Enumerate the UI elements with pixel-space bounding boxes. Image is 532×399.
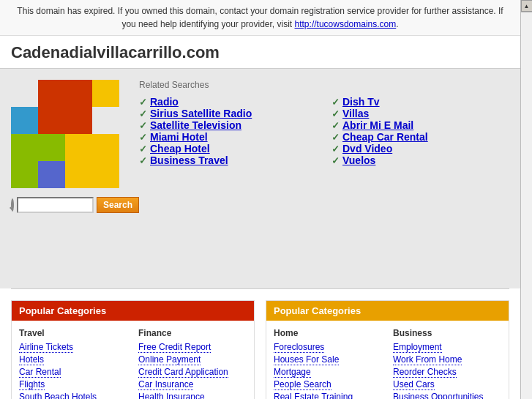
- related-item-sirius: ✓ Sirius Satellite Radio: [139, 108, 317, 119]
- airline-tickets-link[interactable]: Airline Tickets: [19, 342, 73, 353]
- banner-text: This domain has expired. If you owned th…: [17, 6, 503, 29]
- real-estate-link[interactable]: Real Estate Training: [274, 392, 353, 399]
- check-icon-sirius: ✓: [139, 108, 147, 119]
- business-links: Employment Work From Home Reorder Checks…: [393, 341, 501, 399]
- related-link-vuelos[interactable]: Vuelos: [342, 154, 375, 166]
- list-item: Used Cars: [393, 379, 501, 389]
- check-icon-radio: ✓: [139, 97, 147, 108]
- site-title: Cadenadialvillacarrillo.com: [11, 43, 220, 61]
- list-item: South Beach Hotels: [19, 391, 127, 399]
- search-button[interactable]: Search: [97, 197, 139, 213]
- popular-right-panel: Popular Categories Home Foreclosures Hou…: [266, 300, 509, 399]
- logo-block-blue-2: [11, 107, 38, 134]
- main-content-area: Search Related Searches ✓ Radio ✓ S: [0, 69, 520, 288]
- people-search-link[interactable]: People Search: [274, 379, 331, 390]
- check-icon-dvd: ✓: [331, 143, 340, 154]
- related-link-villas[interactable]: Villas: [342, 108, 369, 119]
- related-link-sirius[interactable]: Sirius Satellite Radio: [150, 108, 252, 119]
- search-icon: [11, 198, 14, 212]
- related-item-satellite: ✓ Satellite Television: [139, 119, 317, 131]
- related-searches-title: Related Searches: [139, 80, 509, 90]
- tucows-link[interactable]: http://tucowsdomains.com: [295, 19, 397, 29]
- related-item-radio: ✓ Radio: [139, 96, 317, 108]
- list-item: Health Insurance: [138, 391, 247, 399]
- related-link-satellite[interactable]: Satellite Television: [150, 119, 241, 131]
- mortgage-link[interactable]: Mortgage: [274, 367, 311, 378]
- list-item: Online Payment: [138, 354, 247, 365]
- list-item: Work From Home: [393, 354, 501, 365]
- check-icon-dish: ✓: [331, 97, 340, 108]
- employment-link[interactable]: Employment: [393, 342, 442, 353]
- travel-links: Airline Tickets Hotels Car Rental Flight…: [19, 341, 127, 399]
- logo-block-purple: [38, 161, 65, 188]
- popular-left-panel: Popular Categories Travel Airline Ticket…: [11, 300, 255, 399]
- online-payment-link[interactable]: Online Payment: [138, 354, 201, 365]
- related-link-car-rental[interactable]: Cheap Car Rental: [342, 131, 428, 143]
- free-credit-link[interactable]: Free Credit Report: [138, 342, 211, 353]
- popular-categories-section: Popular Categories Travel Airline Ticket…: [0, 289, 520, 399]
- finance-links: Free Credit Report Online Payment Credit…: [138, 341, 247, 399]
- check-icon-miami: ✓: [139, 132, 147, 143]
- related-item-business: ✓ Business Travel: [139, 154, 317, 166]
- related-link-dvd[interactable]: Dvd Video: [342, 143, 392, 154]
- list-item: Flights: [19, 379, 127, 389]
- credit-card-link[interactable]: Credit Card Application: [138, 367, 228, 378]
- related-item-abrir: ✓ Abrir Mi E Mail: [331, 119, 509, 131]
- list-item: Business Opportunities: [393, 391, 501, 399]
- scroll-track[interactable]: [521, 12, 532, 399]
- list-item: Hotels: [19, 354, 127, 365]
- related-item-car-rental: ✓ Cheap Car Rental: [331, 131, 509, 143]
- related-item-vuelos: ✓ Vuelos: [331, 154, 509, 166]
- list-item: Real Estate Training: [274, 391, 382, 399]
- check-icon-cheap-hotel: ✓: [139, 143, 147, 154]
- logo-block-red: [38, 80, 92, 107]
- scrollbar[interactable]: ▲ ▲ ▼: [520, 0, 532, 399]
- south-beach-link[interactable]: South Beach Hotels: [19, 392, 97, 399]
- check-icon-vuelos: ✓: [331, 155, 340, 166]
- related-link-business[interactable]: Business Travel: [150, 154, 228, 166]
- hotels-link[interactable]: Hotels: [19, 354, 44, 365]
- home-title: Home: [274, 328, 382, 338]
- health-insurance-link[interactable]: Health Insurance: [138, 392, 205, 399]
- related-item-dish: ✓ Dish Tv: [331, 96, 509, 108]
- popular-left-header: Popular Categories: [12, 301, 254, 321]
- work-from-home-link[interactable]: Work From Home: [393, 354, 462, 365]
- list-item: People Search: [274, 379, 382, 389]
- foreclosures-link[interactable]: Foreclosures: [274, 342, 324, 353]
- list-item: Mortgage: [274, 366, 382, 377]
- related-col-1: ✓ Radio ✓ Sirius Satellite Radio ✓ Satel…: [139, 96, 317, 166]
- flights-link[interactable]: Flights: [19, 379, 45, 390]
- check-icon-satellite: ✓: [139, 120, 147, 131]
- related-searches-grid: ✓ Radio ✓ Sirius Satellite Radio ✓ Satel…: [139, 96, 509, 166]
- logo-graphic: [11, 80, 121, 190]
- related-item-dvd: ✓ Dvd Video: [331, 143, 509, 154]
- car-insurance-link[interactable]: Car Insurance: [138, 379, 193, 390]
- check-icon-abrir: ✓: [331, 120, 340, 131]
- list-item: Reorder Checks: [393, 366, 501, 377]
- list-item: Airline Tickets: [19, 341, 127, 352]
- popular-left-body: Travel Airline Tickets Hotels Car Rental…: [12, 321, 254, 399]
- related-link-abrir[interactable]: Abrir Mi E Mail: [342, 119, 413, 131]
- popular-right-header: Popular Categories: [266, 301, 509, 321]
- related-searches-section: Related Searches ✓ Radio ✓ Sirius Satell…: [139, 80, 509, 166]
- related-link-miami[interactable]: Miami Hotel: [150, 131, 208, 143]
- logo-area: Search: [11, 80, 128, 213]
- related-link-dish[interactable]: Dish Tv: [342, 96, 380, 108]
- list-item: Car Insurance: [138, 379, 247, 389]
- finance-title: Finance: [138, 328, 247, 338]
- related-col-2: ✓ Dish Tv ✓ Villas ✓ Abrir Mi E Mail ✓: [331, 96, 509, 166]
- related-link-cheap-hotel[interactable]: Cheap Hotel: [150, 143, 210, 154]
- popular-right-body: Home Foreclosures Houses For Sale Mortga…: [266, 321, 509, 399]
- scroll-up-button[interactable]: ▲: [521, 0, 533, 12]
- related-item-villas: ✓ Villas: [331, 108, 509, 119]
- car-rental-link[interactable]: Car Rental: [19, 367, 61, 378]
- related-link-radio[interactable]: Radio: [150, 96, 179, 108]
- travel-title: Travel: [19, 328, 127, 338]
- biz-opportunities-link[interactable]: Business Opportunities: [393, 392, 483, 399]
- houses-link[interactable]: Houses For Sale: [274, 354, 339, 365]
- reorder-checks-link[interactable]: Reorder Checks: [393, 367, 457, 378]
- logo-block-yellow-tr: [92, 80, 119, 107]
- logo-block-red-2: [38, 107, 92, 134]
- search-input[interactable]: [17, 197, 94, 213]
- used-cars-link[interactable]: Used Cars: [393, 379, 435, 390]
